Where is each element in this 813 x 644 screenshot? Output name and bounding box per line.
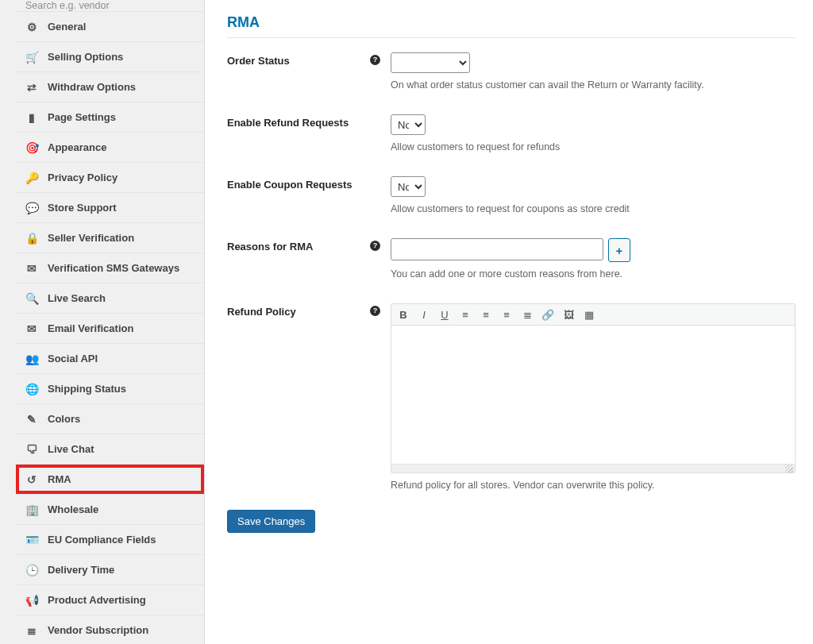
order-status-select[interactable] [391, 52, 470, 73]
sidebar-item-social-api[interactable]: 👥Social API [16, 344, 204, 374]
row-reasons-rma: Reasons for RMA ? + You can add one or m… [227, 238, 796, 280]
label-reasons-rma: Reasons for RMA [227, 238, 370, 253]
sidebar-item-email-verification[interactable]: ✉Email Verification [16, 314, 204, 344]
sidebar-item-label: Appearance [48, 141, 196, 153]
sidebar-item-product-advertising[interactable]: 📢Product Advertising [16, 585, 204, 615]
sidebar-item-colors[interactable]: ✎Colors [16, 404, 204, 434]
reason-input[interactable] [391, 238, 603, 260]
main-panel: RMA Order Status ? On what order status … [205, 0, 813, 644]
enable-coupon-select[interactable]: No [391, 176, 426, 197]
sidebar-item-store-support[interactable]: 💬Store Support [16, 193, 204, 223]
bold-icon[interactable]: B [396, 306, 410, 323]
sidebar-item-withdraw-options[interactable]: ⇄Withdraw Options [16, 72, 204, 102]
cart-icon: 🛒 [25, 51, 38, 64]
sidebar-item-label: Email Verification [48, 322, 196, 334]
sidebar-item-label: Selling Options [48, 51, 196, 63]
sidebar-item-eu-compliance-fields[interactable]: 🪪EU Compliance Fields [16, 525, 204, 555]
row-enable-coupon: Enable Coupon Requests No Allow customer… [227, 176, 796, 214]
sidebar-item-label: Delivery Time [48, 564, 196, 576]
sidebar-item-live-chat[interactable]: 🗨Live Chat [16, 434, 204, 465]
underline-icon[interactable]: U [437, 306, 452, 323]
people-icon: 👥 [25, 353, 38, 365]
sidebar-item-label: RMA [48, 473, 196, 485]
transfer-icon: ⇄ [25, 81, 38, 94]
sidebar-item-verification-sms-gateways[interactable]: ✉Verification SMS Gateways [16, 253, 204, 283]
label-enable-refund: Enable Refund Requests [227, 114, 370, 129]
bubble-icon: 🗨 [25, 443, 38, 456]
sidebar-item-label: Product Advertising [48, 594, 196, 606]
gear-icon: ⚙ [25, 21, 38, 33]
refund-policy-editor: BIU≡≡≡≣🔗🖼▦ [391, 303, 796, 473]
row-refund-policy: Refund Policy ? BIU≡≡≡≣🔗🖼▦ Refund policy… [227, 303, 796, 491]
fullscreen-icon[interactable]: ▦ [582, 306, 596, 323]
page-title: RMA [227, 14, 796, 31]
sidebar-item-label: Wholesale [48, 503, 196, 515]
label-order-status: Order Status [227, 52, 370, 67]
row-order-status: Order Status ? On what order status cust… [227, 52, 796, 91]
align-center-icon[interactable]: ≡ [479, 306, 493, 323]
link-icon[interactable]: 🔗 [541, 306, 555, 323]
align-left-icon[interactable]: ≡ [458, 306, 472, 323]
sidebar-item-label: Live Chat [48, 443, 196, 455]
sidebar-item-delivery-time[interactable]: 🕒Delivery Time [16, 555, 204, 585]
sidebar-item-label: Vendor Subscription [48, 624, 196, 636]
sidebar-item-label: Verification SMS Gateways [48, 262, 196, 274]
refund-policy-textarea[interactable] [391, 326, 795, 464]
image-icon[interactable]: 🖼 [561, 306, 576, 323]
resize-handle[interactable] [391, 464, 795, 472]
search-input[interactable]: Search e.g. vendor [16, 0, 204, 12]
hint-enable-refund: Allow customers to request for refunds [391, 141, 796, 152]
align-justify-icon[interactable]: ≣ [520, 306, 534, 323]
globe-icon: 🌐 [25, 383, 38, 395]
sidebar-item-label: General [48, 21, 196, 33]
italic-icon[interactable]: I [417, 306, 431, 323]
sidebar-item-label: Withdraw Options [48, 81, 196, 93]
sidebar-item-selling-options[interactable]: 🛒Selling Options [16, 42, 204, 72]
help-icon[interactable]: ? [370, 55, 380, 65]
hint-refund-policy: Refund policy for all stores. Vendor can… [391, 480, 796, 491]
label-enable-coupon: Enable Coupon Requests [227, 176, 370, 191]
sidebar-item-rma[interactable]: ↺RMA [16, 465, 204, 495]
title-divider [227, 37, 796, 38]
megaphone-icon: 📢 [25, 594, 38, 607]
list-icon: ≣ [25, 624, 38, 637]
sidebar-item-label: Shipping Status [48, 383, 196, 395]
help-icon[interactable]: ? [370, 241, 380, 251]
key-icon: 🔑 [25, 172, 38, 184]
sidebar-item-label: Privacy Policy [48, 172, 196, 183]
sidebar-item-shipping-status[interactable]: 🌐Shipping Status [16, 374, 204, 404]
settings-sidebar: Search e.g. vendor ⚙General🛒Selling Opti… [0, 0, 205, 644]
undo-icon: ↺ [25, 473, 38, 486]
sidebar-item-general[interactable]: ⚙General [16, 12, 204, 42]
help-icon[interactable]: ? [370, 306, 380, 316]
sidebar-item-label: Live Search [48, 292, 196, 304]
add-reason-button[interactable]: + [608, 238, 630, 262]
label-refund-policy: Refund Policy [227, 303, 370, 318]
lock-icon: 🔒 [25, 232, 38, 245]
page-icon: ▮ [25, 111, 38, 124]
sidebar-item-appearance[interactable]: 🎯Appearance [16, 133, 204, 163]
sidebar-item-live-search[interactable]: 🔍Live Search [16, 283, 204, 314]
pin-icon: 🎯 [25, 141, 38, 154]
row-enable-refund: Enable Refund Requests No Allow customer… [227, 114, 796, 152]
search-icon: 🔍 [25, 292, 38, 305]
mail-icon: ✉ [25, 262, 38, 275]
sidebar-item-vendor-subscription[interactable]: ≣Vendor Subscription [16, 615, 204, 644]
clock-icon: 🕒 [25, 564, 38, 577]
sidebar-item-label: Social API [48, 353, 196, 364]
hint-enable-coupon: Allow customers to request for coupons a… [391, 203, 796, 214]
sidebar-item-privacy-policy[interactable]: 🔑Privacy Policy [16, 163, 204, 193]
sidebar-item-label: Seller Verification [48, 232, 196, 244]
sidebar-item-seller-verification[interactable]: 🔒Seller Verification [16, 223, 204, 253]
align-right-icon[interactable]: ≡ [499, 306, 514, 323]
envelope-icon: ✉ [25, 322, 38, 335]
enable-refund-select[interactable]: No [391, 114, 426, 135]
save-changes-button[interactable]: Save Changes [227, 510, 315, 533]
sidebar-item-page-settings[interactable]: ▮Page Settings [16, 102, 204, 133]
hint-reasons-rma: You can add one or more custom reasons f… [391, 268, 796, 280]
sidebar-item-wholesale[interactable]: 🏢Wholesale [16, 495, 204, 525]
sidebar-item-label: Store Support [48, 202, 196, 214]
building-icon: 🏢 [25, 503, 38, 516]
chat-icon: 💬 [25, 202, 38, 214]
sidebar-item-label: Page Settings [48, 111, 196, 123]
